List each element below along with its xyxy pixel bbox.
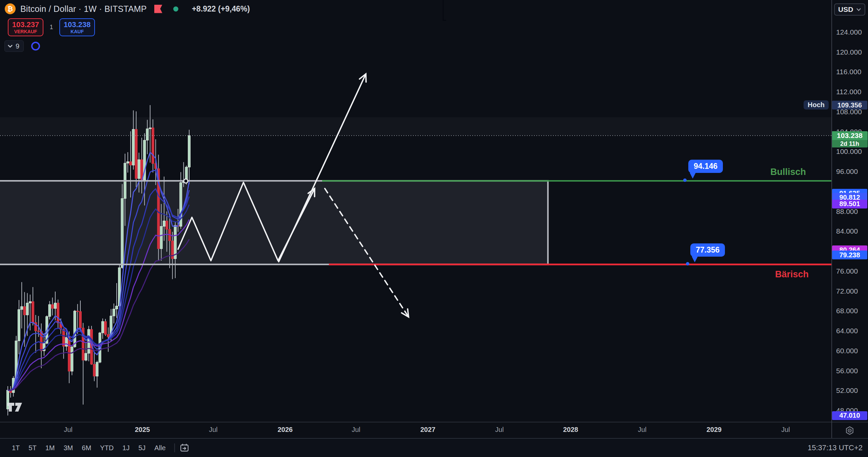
price-level-badge: 47.010 [832,411,867,420]
range-button-alle[interactable]: Alle [151,443,169,453]
symbol-title[interactable]: Bitcoin / Dollar · 1W · BITSTAMP [20,4,147,14]
time-tick-label: 2026 [278,426,293,434]
bearish-price-callout[interactable]: 77.356 [690,243,725,257]
price-axis[interactable]: USD 124.000120.000116.000112.000108.0001… [831,0,868,422]
range-button-6m[interactable]: 6M [78,443,95,453]
candle-body [138,160,140,179]
time-tick-label: Jul [64,426,73,434]
range-button-5j[interactable]: 5J [135,443,149,453]
candle-body [57,303,59,323]
candle-body [188,136,190,167]
candle-body [29,301,31,303]
price-tick-label: 60.000 [836,347,858,355]
time-tick-label: Jul [209,426,218,434]
go-to-date-button[interactable] [180,443,189,453]
arrowhead-icon [401,309,409,317]
price-tick-label: 112.000 [836,88,861,96]
highlight-band [0,117,831,135]
price-tick-label: 68.000 [836,307,858,315]
bullish-price-callout[interactable]: 94.146 [688,160,723,173]
time-tick-label: Jul [495,426,504,434]
market-status-icon[interactable] [173,6,178,12]
candle-body [40,332,42,351]
range-button-3m[interactable]: 3M [60,443,77,453]
time-tick-label: 2025 [135,426,150,434]
price-tick-label: 76.000 [836,267,858,275]
bottom-toolbar: 1T5T1M3M6MYTD1J5JAlle 15:37:13 UTC+2 [0,438,868,457]
currency-selector[interactable]: USD [834,3,865,16]
candle-body [113,309,115,316]
candle-body [160,226,162,249]
price-scale-eye-icon [845,426,854,435]
candle-body [104,321,107,334]
price-tick-label: 88.000 [836,207,858,216]
currency-label: USD [838,5,853,14]
candle-body [93,364,96,376]
chevron-down-icon [7,44,13,48]
sell-button[interactable]: 103.237 VERKAUF [8,18,43,36]
range-button-1m[interactable]: 1M [42,443,59,453]
time-axis[interactable]: Jul2025Jul2026Jul2027Jul2028Jul2029Jul [0,422,831,439]
chart-surface[interactable]: ₿ Bitcoin / Dollar · 1W · BITSTAMP +8.92… [0,0,831,422]
time-tick-label: Jul [352,426,360,434]
candle-body [166,221,168,230]
candle-body [107,334,110,337]
candle-body [23,306,26,315]
price-tick-label: 72.000 [836,287,858,295]
candle-body [26,303,28,315]
candle-body [68,337,71,371]
current-price-badge: 103.238 2d 11h [832,131,868,147]
calendar-icon [180,443,189,453]
candle-body [79,312,81,328]
candle-body [132,129,135,165]
range-button-ytd[interactable]: YTD [96,443,117,453]
range-button-5t[interactable]: 5T [25,443,40,453]
axis-separator [831,0,832,438]
callout-anchor-dot [686,262,689,265]
candle-body [121,198,123,267]
time-tick-label: 2028 [563,426,578,434]
flag-icon[interactable] [154,5,162,13]
candle-body [48,304,51,316]
buy-price: 103.238 [64,21,91,28]
indicator-logo-icon[interactable] [31,42,40,51]
candle-body [65,337,67,346]
candle-body [71,347,73,371]
candle-body [54,303,56,309]
candle-body [163,221,165,226]
price-tick-label: 56.000 [836,367,858,375]
candle-body [152,128,154,164]
high-price-label: Hoch [804,100,829,110]
clock[interactable]: 15:37:13 UTC+2 [808,443,863,452]
candle-body [21,306,23,310]
candle-body [74,311,76,347]
candle-body [126,162,129,163]
price-tick-label: 116.000 [836,68,861,76]
range-button-1j[interactable]: 1J [119,443,133,453]
bar-close-countdown: 2d 11h [832,140,868,147]
candle-body [18,310,20,341]
time-tick-label: Jul [638,426,647,434]
candle-body [85,353,87,360]
price-change: +8.922 (+9,46%) [192,4,250,14]
candle-body [130,162,132,165]
tradingview-logo-icon [7,401,24,417]
range-button-1t[interactable]: 1T [8,443,23,453]
price-level-badge: 79.238 [832,251,867,259]
indicator-dropdown[interactable]: 9 [4,40,24,52]
price-tick-label: 52.000 [836,386,858,395]
time-tick-label: 2029 [707,426,722,434]
callout-anchor-dot [683,178,687,182]
price-level-badge: 89.501 [832,200,867,208]
buy-button[interactable]: 103.238 KAUF [59,18,95,36]
price-tick-label: 124.000 [836,28,862,36]
time-tick-label: Jul [781,426,790,434]
candle-body [37,331,40,332]
candle-body [146,129,149,140]
price-tick-label: 84.000 [836,227,858,235]
candle-body [76,311,79,312]
bearish-level-label: Bärisch [775,269,809,280]
candlestick-chart[interactable] [0,0,831,422]
axis-settings-corner[interactable] [831,422,868,439]
chevron-down-icon [856,8,861,11]
